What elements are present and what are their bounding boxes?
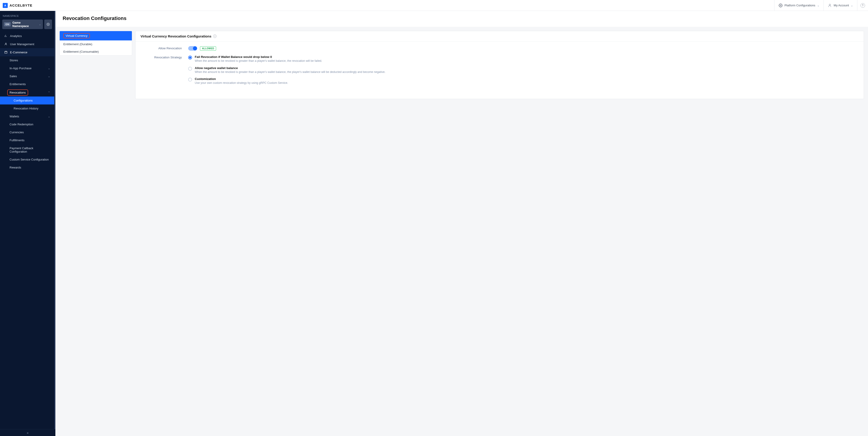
nav-analytics[interactable]: Analytics [0,32,54,40]
radio-allow-negative[interactable] [188,67,192,70]
nav-ecommerce[interactable]: E-Commerce [0,48,54,56]
help-icon: ? [861,3,865,8]
platform-config-label: Platform Configurations [784,4,815,7]
tab-entitlement-consumable[interactable]: Entitlement (Consumable) [60,48,132,55]
radio-opt-desc: When the amount to be revoked is greater… [195,59,322,63]
nav-sales[interactable]: Sales⌄ [0,72,54,80]
nav-revocation-history[interactable]: Revocation History [0,105,54,106]
status-badge: ALLOWED [200,46,216,51]
namespace-name: Game Namespace [12,21,37,28]
radio-opt-title: Fail Revocation if Wallet Balance would … [195,55,322,59]
store-icon [4,51,8,54]
topbar: A ACCELBYTE Platform Configurations ⌄ My… [0,0,868,11]
nav-label: Analytics [10,34,22,38]
tab-virtual-currency[interactable]: Virtual Currency [60,31,132,40]
main-content: Revocation Configurations Virtual Curren… [55,0,868,106]
tab-entitlement-durable[interactable]: Entitlement (Durable) [60,40,132,48]
radio-customization[interactable] [188,78,192,82]
brand-logo[interactable]: A ACCELBYTE [0,3,32,8]
namespace-settings-button[interactable] [44,20,52,29]
radio-opt-title: Customization [195,77,288,81]
radio-opt-desc: When the amount to be revoked is greater… [195,70,385,74]
nav-revocations-configurations[interactable]: Configurations [0,96,54,105]
gear-icon [779,3,783,7]
svg-rect-7 [5,52,7,53]
svg-point-1 [829,4,831,5]
platform-config-dropdown[interactable]: Platform Configurations ⌄ [774,0,824,11]
chevron-up-icon: ⌄ [48,91,50,94]
brand-name: ACCELBYTE [9,3,32,7]
help-button[interactable]: ? [857,0,868,11]
logo-icon: A [3,3,8,8]
nav-label: E-Commerce [10,51,28,54]
my-account-dropdown[interactable]: My Account ⌄ [824,0,857,11]
namespace-selector[interactable]: GN Game Namespace ⌄ [2,20,43,29]
allow-revocation-label: Allow Revocation [141,46,188,50]
info-icon[interactable]: i [213,34,217,38]
radio-opt-title: Allow negative wallet balance [195,66,385,70]
nav-revocations[interactable]: Revocations [7,89,28,96]
topbar-right: Platform Configurations ⌄ My Account ⌄ ? [774,0,868,11]
nav-in-app-purchase[interactable]: In-App Purchase⌄ [0,64,54,72]
card-title: Virtual Currency Revocation Configuratio… [141,34,211,38]
allow-revocation-toggle[interactable] [188,46,197,51]
nav-user-management[interactable]: User Management [0,40,54,48]
chevron-down-icon: ⌄ [48,67,50,70]
namespace-heading: NAMESPACE [0,11,54,20]
chevron-down-icon: ⌄ [851,4,853,7]
chevron-down-icon: ⌄ [48,75,50,78]
radio-opt-desc: Use your own custom revocation strategy … [195,81,288,85]
radio-fail-revocation[interactable] [188,56,192,59]
sidebar: NAMESPACE GN Game Namespace ⌄ Analytics … [0,11,55,106]
config-card: Virtual Currency Revocation Configuratio… [135,31,864,99]
svg-point-2 [48,24,49,25]
revocation-tabs: Virtual Currency Entitlement (Durable) E… [59,31,132,56]
page-title: Revocation Configurations [63,16,861,21]
chart-icon [4,34,8,38]
nav-label: User Management [10,42,34,46]
nav-stores[interactable]: Stores [0,56,54,64]
user-icon [4,42,8,46]
svg-point-0 [780,5,781,6]
my-account-label: My Account [834,4,849,7]
chevron-down-icon: ⌄ [39,23,41,26]
namespace-badge: GN [4,22,11,26]
user-icon [828,3,832,7]
page-header: Revocation Configurations [55,11,868,27]
revocation-strategy-label: Revocation Strategy [141,55,188,59]
svg-point-6 [5,43,7,44]
chevron-down-icon: ⌄ [817,4,819,7]
nav-entitlements[interactable]: Entitlements [0,80,54,88]
